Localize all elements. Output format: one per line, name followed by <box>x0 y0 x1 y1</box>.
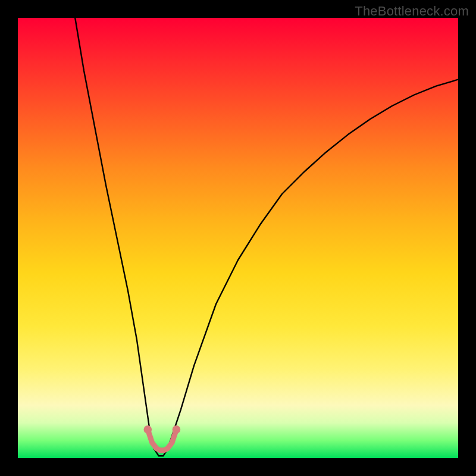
bottom-marker-arc <box>144 425 181 450</box>
chart-frame: TheBottleneck.com <box>0 0 476 476</box>
svg-point-1 <box>173 425 181 434</box>
chart-plot-area <box>18 18 458 458</box>
bottleneck-curve <box>75 18 458 456</box>
chart-svg <box>18 18 458 458</box>
watermark-text: TheBottleneck.com <box>355 4 469 19</box>
svg-point-0 <box>144 425 152 434</box>
